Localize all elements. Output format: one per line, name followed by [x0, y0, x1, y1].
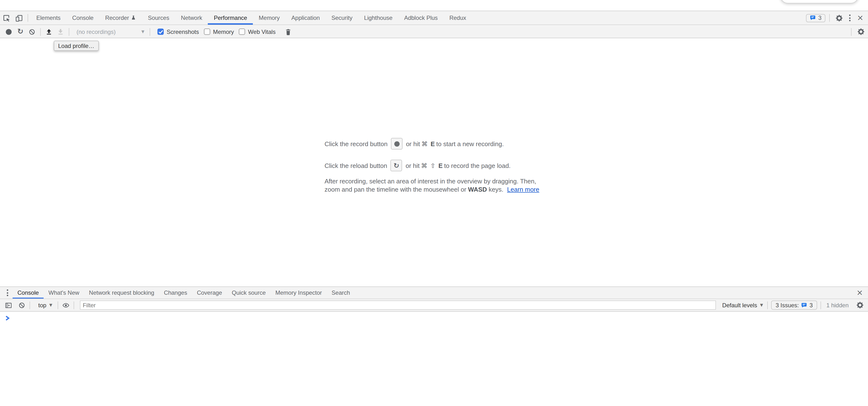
drawer-tab-coverage[interactable]: Coverage	[192, 287, 227, 299]
reload-icon: ↻	[394, 162, 399, 169]
web-vitals-checkbox[interactable]	[239, 29, 245, 35]
tab-application[interactable]: Application	[285, 11, 326, 25]
tab-recorder[interactable]: Recorder	[99, 11, 142, 25]
close-devtools-button[interactable]: ×	[855, 12, 866, 23]
tab-memory[interactable]: Memory	[253, 11, 285, 25]
tab-elements[interactable]: Elements	[31, 11, 66, 25]
toolbar-divider	[820, 301, 821, 309]
console-sidebar-toggle-button[interactable]	[3, 300, 13, 310]
tab-adblock-plus[interactable]: Adblock Plus	[398, 11, 444, 25]
tab-lighthouse[interactable]: Lighthouse	[358, 11, 398, 25]
reload-and-record-button[interactable]: ↻	[14, 26, 26, 37]
devtools-window-controls: 3 ×	[806, 11, 866, 25]
tab-sources[interactable]: Sources	[142, 11, 175, 25]
cmd-key-glyph: ⌘	[421, 162, 428, 169]
toolbar-divider	[829, 14, 830, 22]
gear-icon	[856, 302, 863, 309]
trash-icon	[285, 28, 291, 35]
performance-toolbar-right	[848, 26, 866, 38]
usage-hint: After recording, select an area of inter…	[324, 178, 557, 194]
console-filter-input[interactable]	[80, 301, 716, 310]
usage-hint-line2: zoom and pan the timeline with the mouse…	[324, 185, 557, 194]
reload-instruction-row: Click the reload button ↻ or hit ⌘ ⇧ E t…	[324, 160, 557, 171]
drawer-tab-whats-new[interactable]: What's New	[43, 287, 84, 299]
record-icon	[6, 29, 11, 35]
drawer-more-tabs-button[interactable]	[2, 287, 12, 298]
upload-arrow-icon	[45, 28, 52, 35]
panel-tabs: Elements Console Recorder Sources Networ…	[31, 11, 472, 25]
web-vitals-checkbox-group: Web Vitals	[239, 28, 276, 35]
tab-performance[interactable]: Performance	[208, 11, 253, 25]
dropdown-arrow-icon: ▼	[142, 30, 144, 34]
hidden-messages-count: 1 hidden	[826, 302, 848, 308]
inline-record-button	[391, 138, 403, 149]
load-profile-button[interactable]	[43, 26, 55, 37]
drawer-tab-quick-source[interactable]: Quick source	[227, 287, 271, 299]
issues-counter-button[interactable]: 3	[806, 14, 826, 22]
create-live-expression-button[interactable]	[61, 300, 71, 310]
clear-icon	[29, 28, 35, 35]
load-profile-tooltip: Load profile…	[54, 41, 99, 51]
console-sidebar-icon	[5, 302, 12, 308]
more-options-menu-button[interactable]	[844, 12, 855, 23]
gear-icon	[857, 28, 864, 35]
console-toolbar: top ▼ Default levels ▼ 3 Issues: 3	[0, 299, 868, 312]
settings-gear-button[interactable]	[834, 12, 844, 23]
record-button[interactable]	[3, 26, 14, 37]
issues-button[interactable]: 3 Issues: 3	[771, 301, 817, 310]
garbage-collect-button[interactable]	[282, 26, 294, 37]
clear-recordings-button[interactable]	[26, 26, 38, 37]
javascript-context-select[interactable]: top ▼	[35, 302, 55, 308]
screenshots-checkbox-group: Screenshots	[157, 28, 199, 35]
tab-security[interactable]: Security	[326, 11, 358, 25]
drawer-tab-console[interactable]: Console	[12, 287, 43, 299]
inspect-element-button[interactable]	[0, 11, 12, 25]
record-icon	[394, 141, 399, 146]
log-levels-select[interactable]: Default levels ▼	[720, 302, 765, 308]
tab-network[interactable]: Network	[175, 11, 208, 25]
screenshots-checkbox[interactable]	[157, 29, 164, 35]
close-drawer-button[interactable]: ×	[855, 287, 865, 298]
performance-empty-state: Click the record button or hit ⌘ E to st…	[324, 138, 557, 194]
device-toolbar-icon	[15, 14, 23, 22]
issues-chat-icon	[801, 302, 807, 308]
tab-console[interactable]: Console	[66, 11, 99, 25]
drawer-tab-bar: Console What's New Network request block…	[0, 286, 868, 299]
console-prompt-chevron-icon	[5, 315, 10, 321]
capture-settings-gear-button[interactable]	[856, 26, 866, 37]
gear-icon	[835, 14, 843, 22]
console-messages-area[interactable]	[0, 312, 868, 406]
console-settings-gear-button[interactable]	[855, 300, 865, 310]
drawer-tab-memory-inspector[interactable]: Memory Inspector	[271, 287, 327, 299]
dropdown-arrow-icon: ▼	[49, 303, 52, 307]
clear-icon	[19, 302, 25, 308]
device-toolbar-button[interactable]	[12, 11, 25, 25]
dropdown-arrow-icon: ▼	[760, 303, 763, 307]
screenshots-label[interactable]: Screenshots	[166, 28, 199, 35]
drawer-tab-changes[interactable]: Changes	[159, 287, 192, 299]
recordings-select[interactable]: (no recordings) ▼	[73, 28, 147, 35]
inspect-cursor-icon	[3, 14, 10, 22]
main-tab-bar: Elements Console Recorder Sources Networ…	[0, 11, 868, 25]
tab-redux[interactable]: Redux	[443, 11, 472, 25]
memory-checkbox-group: Memory	[204, 28, 234, 35]
devtools-window: Elements Console Recorder Sources Networ…	[0, 0, 868, 406]
web-vitals-label[interactable]: Web Vitals	[248, 28, 276, 35]
kebab-menu-icon	[6, 290, 8, 296]
kebab-menu-icon	[849, 14, 850, 21]
download-arrow-icon	[57, 28, 64, 35]
toolbar-divider	[40, 28, 41, 36]
cmd-key-glyph: ⌘	[422, 140, 428, 147]
memory-label[interactable]: Memory	[213, 28, 234, 35]
toolbar-divider	[73, 301, 74, 309]
learn-more-link[interactable]: Learn more	[507, 185, 539, 193]
checkmark-icon	[158, 30, 163, 34]
toolbar-divider	[28, 14, 28, 22]
experiment-flask-icon	[131, 15, 136, 21]
toolbar-divider	[30, 301, 30, 309]
drawer-tab-search[interactable]: Search	[327, 287, 355, 299]
drawer-tab-network-request-blocking[interactable]: Network request blocking	[84, 287, 159, 299]
clear-console-button[interactable]	[17, 300, 27, 310]
memory-checkbox[interactable]	[204, 29, 210, 35]
save-profile-button[interactable]	[55, 26, 66, 37]
